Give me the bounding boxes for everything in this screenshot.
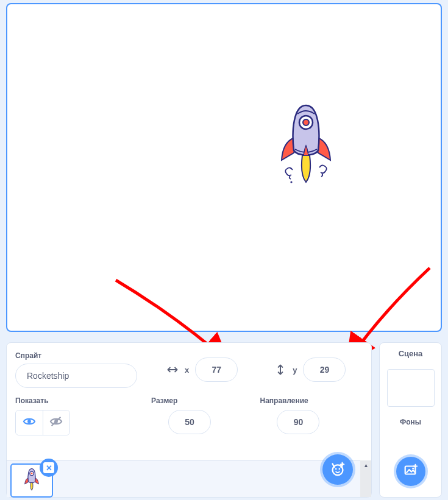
direction-section-label: Направление <box>260 396 363 405</box>
hide-sprite-button[interactable] <box>43 410 69 435</box>
svg-point-7 <box>31 473 33 474</box>
eye-off-icon <box>49 415 63 431</box>
scroll-up-icon[interactable]: ▴ <box>360 460 371 469</box>
svg-point-10 <box>339 468 341 470</box>
direction-value: 90 <box>294 417 304 427</box>
y-label: y <box>293 365 297 375</box>
svg-point-9 <box>335 468 337 470</box>
eye-icon <box>23 415 36 431</box>
sprite-thumbnail[interactable]: ✕ <box>10 463 53 498</box>
backdrops-label: Фоны <box>400 418 421 426</box>
sprite-name-value: Rocketship <box>27 371 69 381</box>
image-plus-icon <box>403 462 419 481</box>
delete-sprite-button[interactable]: ✕ <box>40 459 58 477</box>
stage-panel: Сцена Фоны <box>379 342 442 498</box>
sprite-info-panel: Спрайт Rocketship x 77 <box>6 342 372 498</box>
stage-panel-title: Сцена <box>399 349 423 358</box>
svg-point-3 <box>27 420 31 423</box>
svg-point-1 <box>303 119 309 125</box>
stage-canvas[interactable] <box>7 4 441 331</box>
sprite-rocketship[interactable] <box>269 102 343 193</box>
sprite-thumbnail-image <box>21 467 42 494</box>
stage-area[interactable] <box>6 3 442 332</box>
visibility-toggle <box>15 410 70 435</box>
backdrop-thumbnail[interactable] <box>387 369 435 407</box>
sprite-name-input[interactable]: Rocketship <box>15 364 137 388</box>
horizontal-arrows-icon <box>166 364 179 376</box>
svg-point-8 <box>333 465 343 475</box>
svg-point-2 <box>290 181 292 183</box>
size-value: 50 <box>185 417 194 427</box>
svg-point-12 <box>412 468 414 470</box>
y-input[interactable]: 29 <box>303 357 346 382</box>
size-section-label: Размер <box>151 396 260 405</box>
y-value: 29 <box>320 365 330 375</box>
sprite-list: ✕ ▴ <box>7 460 371 497</box>
show-section-label: Показать <box>15 396 151 405</box>
x-input[interactable]: 77 <box>195 357 238 382</box>
sprite-list-scrollbar[interactable]: ▴ <box>360 460 371 497</box>
add-backdrop-button[interactable] <box>396 457 425 486</box>
show-sprite-button[interactable] <box>16 410 43 435</box>
size-input[interactable]: 50 <box>168 410 211 434</box>
x-label: x <box>185 365 189 375</box>
vertical-arrows-icon <box>274 364 286 376</box>
sprite-section-label: Спрайт <box>15 351 137 360</box>
cat-plus-icon <box>329 459 347 480</box>
direction-input[interactable]: 90 <box>277 410 319 434</box>
x-value: 77 <box>212 365 221 375</box>
add-sprite-button[interactable] <box>322 454 353 485</box>
close-icon: ✕ <box>43 462 54 473</box>
